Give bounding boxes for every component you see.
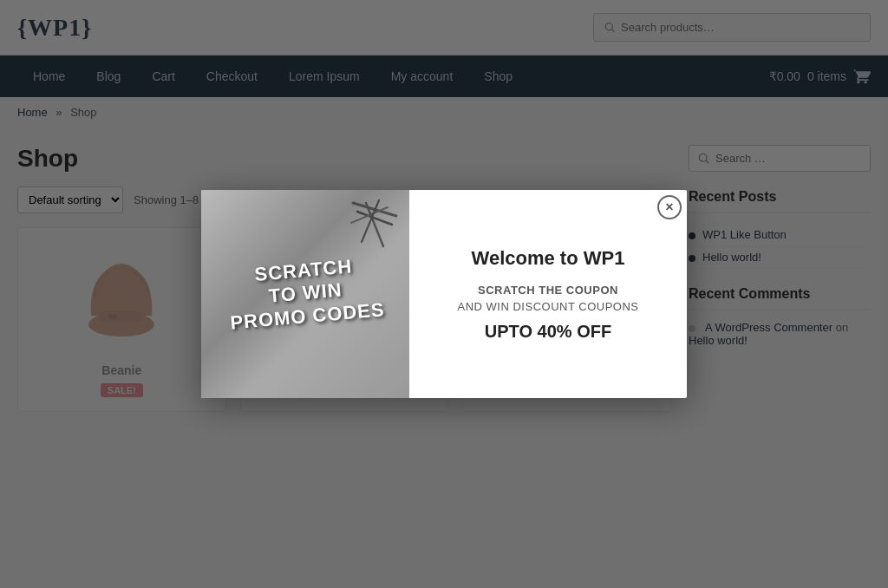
modal-overlay: × SCRATCH TO WIN PROMO CODES Welcome to … <box>0 0 888 429</box>
modal-right-panel: Welcome to WP1 SCRATCH THE COUPON AND WI… <box>409 190 687 398</box>
scratch-text: SCRATCH TO WIN PROMO CODES <box>225 253 386 335</box>
modal: × SCRATCH TO WIN PROMO CODES Welcome to … <box>201 190 687 398</box>
scratch-marks-icon <box>349 199 401 251</box>
modal-subtitle2: AND WIN DISCOUNT COUPONS <box>458 300 639 313</box>
modal-offer: UPTO 40% OFF <box>485 322 611 342</box>
modal-title: Welcome to WP1 <box>472 247 625 270</box>
modal-subtitle1: SCRATCH THE COUPON <box>478 284 618 297</box>
modal-left-panel: SCRATCH TO WIN PROMO CODES <box>201 190 409 398</box>
modal-close-button[interactable]: × <box>657 195 682 219</box>
